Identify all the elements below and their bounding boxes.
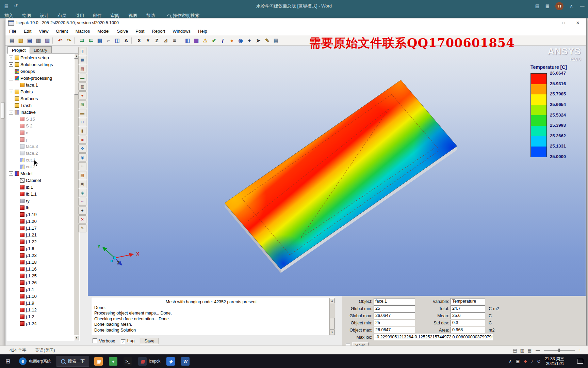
tree-item[interactable]: j.1.24: [7, 320, 74, 327]
tray-av-icon[interactable]: ◆: [524, 359, 527, 364]
toolbar-import-data[interactable]: ⇉: [78, 36, 86, 45]
toolbar-select-arrow[interactable]: ➤: [254, 36, 263, 45]
taskbar-app-erp[interactable]: e 电商erp系统: [16, 354, 54, 368]
tree-item[interactable]: Groups: [7, 68, 74, 75]
ribbon-tab[interactable]: 帮助: [142, 12, 159, 18]
stats-value-field[interactable]: 26.0647: [374, 327, 415, 333]
print-layout-icon[interactable]: ▥: [520, 348, 524, 353]
side-create-opening[interactable]: ▬: [78, 74, 86, 82]
titlebar-tool-icon-1[interactable]: ▤: [534, 3, 540, 9]
toolbar-snapshot[interactable]: ▨: [43, 36, 52, 45]
tree-item[interactable]: j.1.1: [7, 286, 74, 293]
toolbar-sep-2[interactable]: [74, 37, 77, 44]
tray-network-icon[interactable]: ⊙: [537, 359, 541, 364]
toolbar-view-axis-z[interactable]: Z: [152, 36, 161, 45]
toolbar-assembly-stack[interactable]: ▩: [192, 36, 201, 45]
side-create-cabinet[interactable]: ▦: [78, 56, 86, 64]
web-layout-icon[interactable]: ▦: [527, 348, 532, 353]
tree-item[interactable]: Surfaces: [7, 95, 74, 102]
toolbar-network-globe[interactable]: ◉: [236, 36, 245, 45]
toolbar-summary-table[interactable]: ▦: [95, 36, 104, 45]
console-save-button[interactable]: Save: [140, 338, 159, 344]
stats-value-field[interactable]: 24.7: [451, 305, 485, 312]
tree-item[interactable]: j.1.19: [7, 211, 74, 218]
toolbar-align-tool[interactable]: ⌐: [104, 36, 113, 45]
tree-expander[interactable]: +: [9, 56, 13, 60]
tree-item[interactable]: + Solution settings: [7, 61, 74, 68]
message-console[interactable]: Mesh with hanging node: 42352 parents pr…: [92, 298, 335, 335]
tree-item[interactable]: cut.2: [7, 163, 74, 170]
toolbar-sep-4[interactable]: [180, 37, 182, 44]
tree-item[interactable]: Cabinet: [7, 177, 74, 184]
verbose-checkbox-box[interactable]: [93, 338, 97, 343]
side-create-wall[interactable]: ▮: [78, 127, 86, 135]
side-create-plate[interactable]: ▬: [78, 109, 86, 117]
toolbar-probe-point[interactable]: +: [245, 36, 254, 45]
side-create-heatsink[interactable]: ▤: [78, 171, 86, 179]
toolbar-sep-1[interactable]: [52, 37, 55, 44]
side-create-pcb[interactable]: ▧: [78, 100, 86, 108]
tree-item[interactable]: j.1.26: [7, 279, 74, 286]
tree-item[interactable]: Trash: [7, 102, 74, 109]
show-desktop-button[interactable]: [586, 354, 588, 368]
taskbar-clock[interactable]: 21:33 周三 2021/12/1: [545, 356, 564, 366]
toolbar-report-doc[interactable]: ▤: [272, 36, 280, 45]
tree-item[interactable]: j.1.6: [7, 245, 74, 252]
side-edit-object[interactable]: ✎: [78, 224, 86, 232]
menu-item[interactable]: Windows: [169, 27, 194, 35]
menu-item[interactable]: View: [35, 27, 52, 35]
toolbar-view-isometric[interactable]: ⊿: [161, 36, 170, 45]
menu-item[interactable]: Report: [148, 27, 169, 35]
side-create-block[interactable]: ■: [78, 136, 86, 144]
toolbar-view-axis-x[interactable]: X: [135, 36, 144, 45]
ribbon-tab[interactable]: 邮件: [88, 12, 106, 18]
tree-item[interactable]: lb.1.1: [7, 190, 74, 197]
tree-item[interactable]: - Model: [7, 170, 74, 177]
maxloc-field[interactable]: -0.22999051213264 0.12525215744972 0.008…: [374, 334, 493, 340]
stats-value-field[interactable]: 26.0647: [374, 312, 415, 319]
ribbon-collapse-icon[interactable]: ∧: [568, 3, 574, 9]
ribbon-tab[interactable]: 绘图: [18, 12, 35, 18]
quick-access-undo-icon[interactable]: ↺: [13, 3, 19, 9]
tree-item[interactable]: S 2: [7, 122, 74, 129]
taskbar-app-orange[interactable]: ▣: [91, 354, 106, 368]
verbose-checkbox[interactable]: Verbose: [93, 338, 115, 344]
tree-item[interactable]: j.1.12: [7, 306, 74, 313]
icepak-minimize-button[interactable]: —: [542, 18, 556, 27]
tree-item[interactable]: lb: [7, 204, 74, 211]
side-create-resistance[interactable]: ≈: [78, 162, 86, 170]
stats-value-field[interactable]: 25: [374, 305, 415, 312]
toolbar-scale-fit[interactable]: ≡: [170, 36, 179, 45]
toolbar-check-model[interactable]: ⚠: [201, 36, 210, 45]
toolbar-edit-pencil[interactable]: ✎: [263, 36, 272, 45]
taskbar-app-icepak[interactable]: ▦ icepck: [135, 354, 163, 368]
tree-item[interactable]: face.3: [7, 143, 74, 150]
read-mode-icon[interactable]: ▤: [513, 348, 517, 353]
taskbar-search[interactable]: 搜索一下: [56, 356, 89, 367]
tree-item[interactable]: j.1.22: [7, 238, 74, 245]
toolbar-view-axis-y[interactable]: Y: [144, 36, 152, 45]
taskbar-app-blue-cn[interactable]: ◈: [163, 354, 178, 368]
tree-item[interactable]: j.1.16: [7, 265, 74, 272]
toolbar-object-block[interactable]: ◧: [183, 36, 192, 45]
taskbar-app-cmd[interactable]: >_: [120, 354, 135, 368]
language-indicator[interactable]: 英语(美国): [35, 348, 55, 353]
menu-item[interactable]: File: [5, 27, 20, 35]
menu-item[interactable]: Solve: [113, 27, 132, 35]
tab-library[interactable]: Library: [29, 46, 52, 53]
scroll-up-icon[interactable]: ▲: [330, 298, 334, 303]
start-button[interactable]: ⊞: [0, 354, 16, 368]
tree-item[interactable]: j.1.20: [7, 218, 74, 225]
ribbon-tab[interactable]: 审阅: [106, 12, 124, 18]
toolbar-solve-run[interactable]: ●: [227, 36, 236, 45]
tray-ime-icon[interactable]: ▣: [516, 359, 520, 364]
icepak-maximize-button[interactable]: □: [556, 18, 571, 27]
log-checkbox-box[interactable]: [121, 339, 126, 344]
tree-expander[interactable]: +: [9, 90, 13, 94]
side-create-network[interactable]: ◈: [78, 189, 86, 197]
toolbar-mesh-check[interactable]: ✔: [210, 36, 218, 45]
side-create-package[interactable]: ▣: [78, 180, 86, 188]
tree-item[interactable]: j.1.25: [7, 272, 74, 279]
log-checkbox[interactable]: Log: [121, 337, 135, 344]
stats-value-field[interactable]: 0.3: [451, 320, 485, 326]
